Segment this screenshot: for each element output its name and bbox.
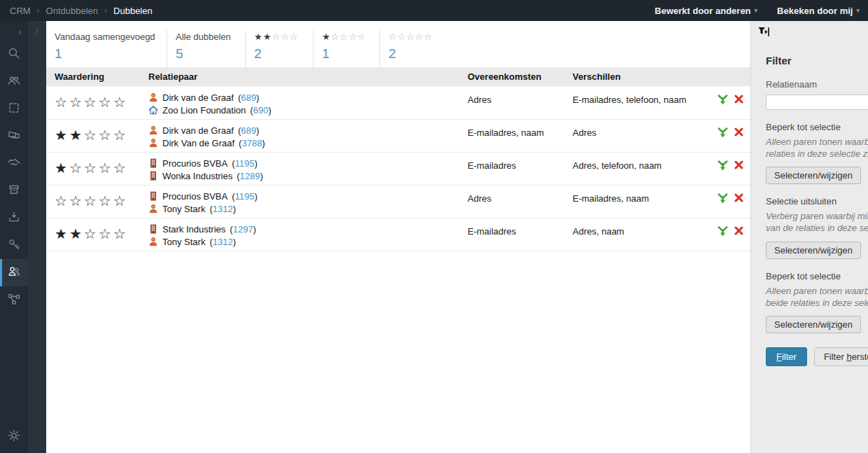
filter-collapse-icon[interactable] — [758, 27, 771, 38]
stat-item[interactable]: ★★☆☆☆ 2 — [245, 30, 313, 67]
entity-id-link[interactable]: 690 — [253, 105, 269, 116]
merge-button[interactable] — [718, 95, 728, 105]
stat-value: 2 — [388, 46, 439, 62]
entity-id-link[interactable]: 1195 — [235, 158, 255, 169]
stat-item[interactable]: ★☆☆☆☆ 1 — [313, 30, 379, 67]
select-change-button-2[interactable]: Selecteren/wijzigen — [766, 242, 861, 259]
section-label-beperk-1: Beperk tot selectie — [766, 122, 868, 132]
select-change-button-3[interactable]: Selecteren/wijzigen — [766, 316, 861, 333]
table-row[interactable]: ☆☆☆☆☆ Procurios BVBA(1195)Tony Stark(131… — [46, 186, 750, 218]
sidebar-item-settings[interactable] — [0, 423, 28, 450]
pair-entity: Dirk van de Graaf(689) — [148, 91, 468, 104]
stat-item[interactable]: Alle dubbelen 5 — [167, 30, 245, 67]
table-row[interactable]: ★★☆☆☆ Dirk van de Graaf(689)Dirk Van de … — [46, 120, 750, 153]
menu-bekeken-door-mij[interactable]: Bekeken door mij ▾ — [777, 6, 860, 16]
filter-title: Filter — [766, 55, 868, 67]
relatienaam-input[interactable] — [766, 95, 868, 110]
sidebar-item-deduplicate[interactable] — [0, 259, 28, 286]
filter-apply-button[interactable]: Filter — [766, 347, 807, 366]
section-description-beperk-1: Alleen paren tonen waarbij beide relatie… — [766, 136, 868, 160]
entity-name: Tony Stark — [162, 237, 205, 247]
reject-button[interactable] — [734, 95, 743, 104]
entity-id-link[interactable]: 3788 — [241, 138, 262, 148]
stat-item[interactable]: Vandaag samengevoegd 1 — [46, 30, 167, 67]
stat-label: Vandaag samengevoegd — [55, 32, 160, 42]
stat-value: 1 — [55, 46, 160, 62]
entity-id-link[interactable]: 1312 — [213, 237, 233, 247]
breadcrumb-dubbelen: Dubbelen — [113, 6, 153, 16]
pair-entity: Procurios BVBA(1195) — [148, 157, 468, 169]
table-row[interactable]: ★☆☆☆☆ Procurios BVBA(1195)Wonka Industri… — [46, 153, 750, 186]
entity-id-link[interactable]: 1195 — [235, 191, 255, 202]
entity-id: (1312) — [209, 204, 236, 214]
merge-button[interactable] — [718, 160, 728, 171]
folders-icon — [7, 128, 21, 145]
entity-name: Procurios BVBA — [162, 191, 227, 202]
stat-rating-stars: ★★☆☆☆ — [254, 32, 306, 42]
entity-id-link[interactable]: 1289 — [240, 171, 260, 181]
breadcrumb-crm[interactable]: CRM — [10, 6, 31, 16]
entity-id: (1312) — [209, 237, 236, 247]
secondary-sidebar-collapsed[interactable]: › — [28, 21, 46, 453]
entity-id-link[interactable]: 1312 — [213, 204, 233, 214]
sidebar-item-agreements[interactable] — [0, 150, 28, 177]
company-icon — [148, 224, 158, 234]
pair-entity: Dirk Van de Graaf(3788) — [148, 137, 468, 149]
row-relation-pair: Procurios BVBA(1195)Tony Stark(1312) — [148, 186, 468, 218]
entity-id-link[interactable]: 1297 — [233, 224, 253, 235]
breadcrumb-ontdubbelen[interactable]: Ontdubbelen — [46, 6, 98, 16]
entity-id: (1195) — [232, 191, 258, 202]
section-description-uitsluiten: Verberg paren waarbij minstens één van d… — [766, 210, 868, 234]
sidebar-item-selection[interactable] — [0, 95, 28, 123]
column-relatiepaar: Relatiepaar — [148, 71, 468, 82]
merge-button[interactable] — [718, 226, 728, 237]
sidebar-item-archive[interactable] — [0, 177, 28, 204]
entity-id-link[interactable]: 689 — [241, 125, 256, 136]
menu-bewerkt-door-anderen[interactable]: Bewerkt door anderen ▾ — [654, 6, 757, 16]
filter-panel: Filter Relatienaam Beperk tot selectie A… — [750, 21, 868, 453]
table-row[interactable]: ★★☆☆☆ Stark Industries(1297)Tony Stark(1… — [46, 218, 750, 251]
filter-reset-button[interactable]: Filter herstellen — [814, 347, 868, 366]
stat-item[interactable]: ☆☆☆☆☆ 2 — [379, 30, 446, 67]
stat-label: Alle dubbelen — [176, 32, 238, 42]
person-icon — [148, 125, 158, 135]
reject-button[interactable] — [734, 226, 743, 235]
duplicates-list: ☆☆☆☆☆ Dirk van de Graaf(689)Zoo Lion Fou… — [46, 86, 750, 251]
sidebar-item-import[interactable] — [0, 204, 28, 232]
reject-button[interactable] — [734, 127, 743, 137]
handshake-icon — [7, 155, 21, 172]
table-row[interactable]: ☆☆☆☆☆ Dirk van de Graaf(689)Zoo Lion Fou… — [46, 87, 750, 120]
import-icon — [7, 210, 21, 227]
sidebar-item-relations[interactable] — [0, 68, 28, 95]
column-overeenkomsten: Overeenkomsten — [468, 71, 573, 82]
breadcrumb: CRM › Ontdubbelen › Dubbelen — [10, 6, 153, 16]
entity-name: Tony Stark — [162, 204, 205, 214]
main-content: Vandaag samengevoegd 1 Alle dubbelen 5 ★… — [46, 21, 750, 453]
archive-box-icon — [7, 183, 21, 200]
sidebar-item-network[interactable] — [0, 286, 28, 314]
sidebar-item-folders[interactable] — [0, 123, 28, 150]
section-label-beperk-2: Beperk tot selectie — [766, 271, 868, 281]
pair-entity: Tony Stark(1312) — [148, 202, 468, 215]
entity-id: (1289) — [237, 171, 263, 181]
stat-value: 5 — [176, 46, 238, 62]
reject-button[interactable] — [734, 160, 743, 169]
row-matches: E-mailadres — [468, 218, 573, 251]
row-relation-pair: Procurios BVBA(1195)Wonka Industries(128… — [148, 153, 468, 185]
entity-id: (3788) — [239, 138, 265, 148]
sidebar-expand-chevron[interactable]: › — [0, 21, 28, 41]
entity-id: (689) — [238, 92, 259, 103]
pair-entity: Procurios BVBA(1195) — [148, 190, 468, 202]
entity-id-link[interactable]: 689 — [241, 92, 256, 103]
table-header: Waardering Relatiepaar Overeenkomsten Ve… — [46, 67, 750, 86]
pair-entity: Wonka Industries(1289) — [148, 169, 468, 182]
select-change-button-1[interactable]: Selecteren/wijzigen — [766, 167, 861, 184]
sidebar-item-access-keys[interactable] — [0, 232, 28, 259]
company-icon — [148, 171, 158, 181]
top-header: CRM › Ontdubbelen › Dubbelen Bewerkt doo… — [0, 0, 868, 21]
chevron-down-icon: ▾ — [856, 8, 860, 14]
reject-button[interactable] — [734, 193, 743, 202]
merge-button[interactable] — [718, 193, 728, 204]
merge-button[interactable] — [718, 127, 728, 138]
sidebar-item-search[interactable] — [0, 41, 28, 68]
